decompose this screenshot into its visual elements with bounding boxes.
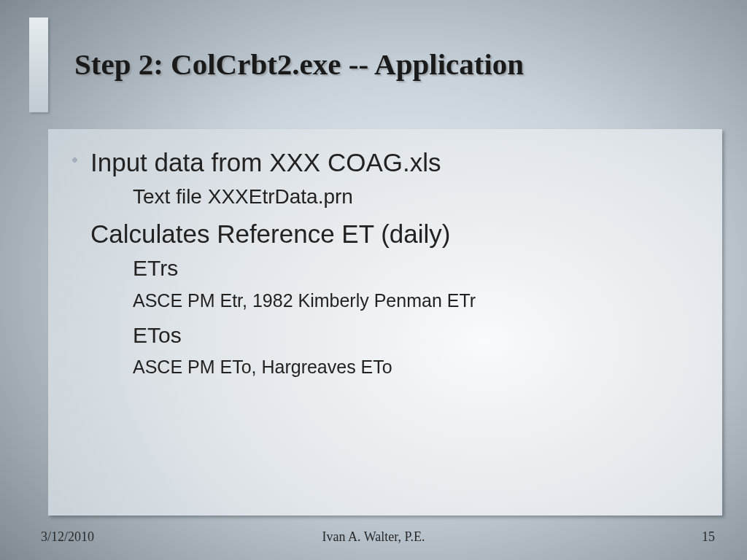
slide-title: Step 2: ColCrbt2.exe -- Application: [74, 47, 524, 82]
bullet-text: Calculates Reference ET (daily): [90, 218, 700, 250]
bullet-text: Input data from XXX COAG.xls: [90, 147, 700, 179]
bullet-icon: 🞄: [70, 151, 86, 171]
content-panel: 🞄 Input data from XXX COAG.xls Text file…: [48, 129, 722, 516]
footer-page-number: 15: [702, 529, 715, 545]
bullet-text-sub: ETrs: [133, 254, 700, 284]
accent-bar: [29, 18, 48, 112]
bullet-text-subsub: ASCE PM ETo, Hargreaves ETo: [133, 354, 700, 380]
bullet-text-subsub: ASCE PM Etr, 1982 Kimberly Penman ETr: [133, 288, 700, 314]
slide-footer: 3/12/2010 Ivan A. Walter, P.E. 15: [0, 529, 747, 547]
bullet-text-sub: Text file XXXEtrData.prn: [133, 183, 700, 211]
bullet-row-1: 🞄 Input data from XXX COAG.xls: [70, 147, 700, 179]
footer-author: Ivan A. Walter, P.E.: [0, 529, 747, 545]
bullet-text-sub: ETos: [133, 321, 700, 351]
